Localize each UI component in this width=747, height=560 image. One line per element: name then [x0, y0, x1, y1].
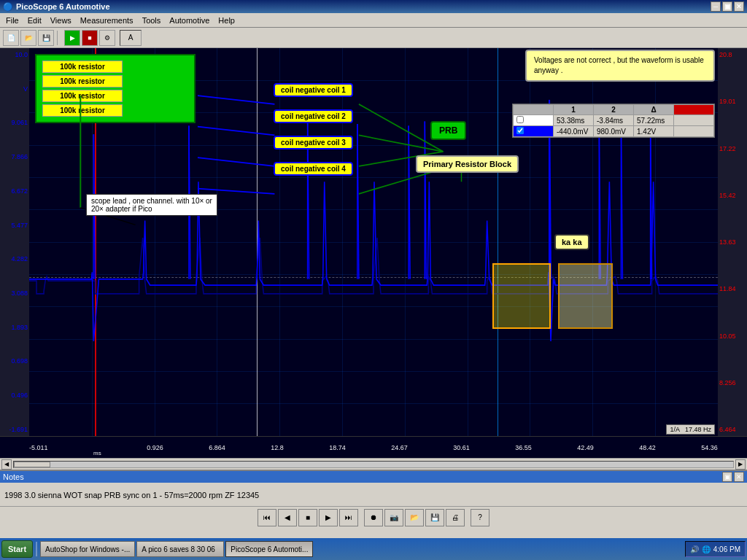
scrollbar-track[interactable]	[13, 461, 734, 468]
menu-edit[interactable]: Edit	[23, 15, 46, 26]
titlebar: 🔵 PicoScope 6 Automotive ─ ▣ ✕	[0, 0, 747, 13]
y-label-8: 1.893	[1, 324, 28, 331]
coil-label-3: coil negative coil 3	[274, 136, 353, 149]
t-0: -5.011	[29, 444, 48, 451]
t-7: 36.55	[515, 444, 532, 451]
notes-title: Notes	[3, 472, 24, 481]
titlebar-icons: ─ ▣ ✕	[711, 1, 744, 12]
meas-check-2[interactable]	[516, 127, 524, 134]
restore-button[interactable]: ▣	[722, 1, 732, 12]
notes-text: 1998 3.0 sienna WOT snap PRB sync on 1 -…	[4, 491, 259, 499]
yellow-rect-1	[492, 263, 551, 329]
scrollbar-thumb[interactable]	[14, 462, 50, 467]
toolbar-btn-stop[interactable]: ■	[82, 30, 98, 46]
scope-row: 10.0 V 9.061 7.866 6.672 5.477 4.282 3.0…	[0, 48, 747, 436]
toolbar-btn-save[interactable]: 💾	[38, 30, 54, 46]
y-label-10: 0.496	[1, 392, 28, 399]
resistor-row-1: 100k resistor	[42, 61, 188, 73]
measurement-table: 1 2 Δ 53.38ms -3.84ms 57.22ms	[512, 104, 715, 138]
menu-file[interactable]: File	[1, 15, 23, 26]
kaka-label: ka ka	[554, 234, 589, 250]
y-right-7: 8.256	[719, 379, 746, 386]
btn-save-file[interactable]: 💾	[425, 509, 444, 526]
y-right-6: 10.05	[719, 332, 746, 340]
y-right-3: 15.42	[719, 192, 746, 199]
t-8: 42.49	[577, 444, 594, 451]
scroll-right-btn[interactable]: ▶	[735, 459, 746, 470]
scroll-left-btn[interactable]: ◀	[1, 459, 12, 470]
menu-help[interactable]: Help	[214, 15, 239, 26]
t-1: 0.926	[147, 444, 163, 451]
close-button[interactable]: ✕	[734, 1, 744, 12]
resistor-label-1: 100k resistor	[42, 61, 123, 73]
toolbar-btn-start[interactable]: ▶	[64, 30, 80, 46]
meas-check-1[interactable]	[516, 116, 524, 123]
meas-col-delta: Δ	[634, 105, 674, 115]
y-label-2: 9.061	[1, 119, 28, 126]
channel-a-label: A	[120, 30, 142, 46]
btn-record[interactable]: ⏺	[364, 509, 383, 526]
t-3: 12.8	[271, 444, 284, 451]
t-2: 6.864	[209, 444, 225, 451]
freq-display: 1/A 17.48 Hz	[666, 424, 715, 435]
coil-label-4: coil negative coil 4	[274, 162, 353, 176]
start-button[interactable]: Start	[1, 540, 33, 558]
title-icon: 🔵	[3, 2, 13, 12]
notes-restore-btn[interactable]: ▣	[722, 472, 732, 482]
y-right-5: 11.84	[719, 285, 746, 292]
btn-rewind[interactable]: ⏮	[258, 509, 276, 526]
t-10: 54.36	[701, 444, 718, 451]
systray-icon-2: 🌐	[702, 545, 711, 553]
resistor-block: 100k resistor 100k resistor 100k resisto…	[35, 54, 196, 123]
menu-automotive[interactable]: Automotive	[165, 15, 214, 26]
resistor-row-2: 100k resistor	[42, 75, 188, 88]
y-label-3: 7.866	[1, 153, 28, 160]
resistor-label-2: 100k resistor	[42, 75, 123, 88]
btn-help[interactable]: ?	[471, 509, 489, 526]
y-right-8: 6.464	[719, 426, 746, 433]
meas-r1-c3: 57.22ms	[634, 115, 674, 126]
time-axis: -5.011 ms 0.926 6.864 12.8 18.74 24.67 3…	[0, 436, 747, 458]
toolbar-btn-open[interactable]: 📂	[20, 30, 36, 46]
btn-fwd[interactable]: ⏭	[339, 509, 358, 526]
meas-row-1: 53.38ms -3.84ms 57.22ms	[514, 115, 714, 126]
y-right-4: 13.63	[719, 238, 746, 246]
menu-views[interactable]: Views	[46, 15, 76, 26]
notes-header: Notes ▣ ✕	[0, 471, 747, 483]
coil-label-2: coil negative coil 2	[274, 109, 353, 123]
notes-close-btn[interactable]: ✕	[734, 472, 744, 482]
taskbar-item-pico6saves[interactable]: A pico 6 saves 8 30 06	[136, 541, 224, 557]
taskbar-item-picoscope[interactable]: PicoScope 6 Automoti...	[225, 541, 313, 557]
notes-section: Notes ▣ ✕ 1998 3.0 sienna WOT snap PRB s…	[0, 470, 747, 506]
yellow-rect-2	[558, 263, 613, 329]
t-5: 24.67	[391, 444, 408, 451]
y-label-7: 3.088	[1, 289, 28, 297]
minimize-button[interactable]: ─	[711, 1, 721, 12]
meas-col-2: 2	[594, 105, 634, 115]
menu-measurements[interactable]: Measurements	[76, 15, 138, 26]
y-right-0: 20.8	[719, 51, 746, 58]
scope-display[interactable]: Voltages are not correct , but the wavef…	[29, 48, 718, 436]
btn-stop[interactable]: ■	[298, 509, 317, 526]
btn-screenshot[interactable]: 📷	[384, 509, 403, 526]
y-right-2: 17.22	[719, 145, 746, 152]
freq-label: 1/A	[670, 426, 679, 433]
app-title: PicoScope 6 Automotive	[16, 2, 110, 11]
y-label-11: -1.691	[1, 426, 28, 433]
taskbar-item-autoshop[interactable]: AutoShop for Windows -...	[40, 541, 135, 557]
btn-play[interactable]: ▶	[319, 509, 338, 526]
meas-r2-c3: 1.42V	[634, 126, 674, 137]
btn-open-file[interactable]: 📂	[405, 509, 424, 526]
y-right-1: 19.01	[719, 98, 746, 105]
scrollbar-area: ◀ ▶	[0, 458, 747, 470]
t-unit: ms	[93, 450, 101, 456]
menu-tools[interactable]: Tools	[138, 15, 166, 26]
systray-icon-1: 🔊	[690, 545, 699, 553]
btn-print[interactable]: 🖨	[446, 509, 465, 526]
voltage-note: Voltages are not correct , but the wavef…	[525, 50, 715, 82]
toolbar-btn-settings[interactable]: ⚙	[99, 30, 115, 46]
toolbar-btn-new[interactable]: 📄	[3, 30, 19, 46]
btn-prev[interactable]: ◀	[278, 509, 297, 526]
y-label-5: 5.477	[1, 222, 28, 229]
resistor-row-3: 100k resistor	[42, 90, 188, 102]
